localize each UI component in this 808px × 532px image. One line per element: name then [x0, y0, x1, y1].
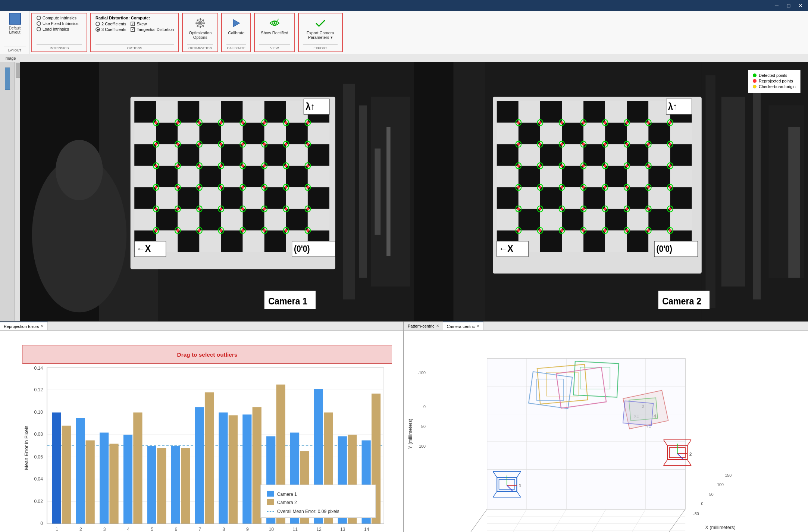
default-layout-button[interactable]: DefaultLayout: [9, 13, 21, 34]
svg-marker-12: [233, 19, 240, 27]
svg-rect-23: [178, 101, 199, 123]
svg-text:8: 8: [222, 527, 225, 532]
reprojection-tabs-bar: Reprojection Errors ✕: [0, 322, 403, 331]
image-panel: Image: [0, 54, 808, 322]
svg-rect-40: [156, 144, 178, 166]
tangential-checkbox[interactable]: ✓ Tangential Distortion: [131, 27, 174, 32]
calibrate-button[interactable]: Calibrate: [226, 16, 246, 37]
scrollbar-thumb[interactable]: [16, 63, 20, 78]
reprojection-errors-tab[interactable]: Reprojection Errors ✕: [0, 322, 48, 330]
load-intrinsics-label: Load Intrinsics: [43, 27, 69, 31]
svg-rect-21: [134, 101, 156, 123]
svg-rect-221: [605, 144, 627, 166]
svg-line-458: [467, 509, 487, 532]
svg-rect-55: [286, 166, 308, 187]
svg-point-302: [604, 165, 606, 167]
svg-point-101: [155, 143, 157, 145]
svg-rect-39: [134, 144, 156, 166]
three-coefficients-radio[interactable]: 3 Coefficients: [95, 27, 126, 32]
svg-rect-399: [147, 446, 156, 524]
svg-text:-100: -100: [418, 371, 426, 375]
image-panel-tab: Image: [0, 54, 808, 62]
svg-rect-203: [605, 101, 627, 123]
svg-point-87: [176, 121, 179, 124]
svg-text:1: 1: [519, 484, 522, 488]
svg-text:←X: ←X: [137, 243, 151, 254]
svg-rect-54: [264, 166, 286, 187]
svg-point-141: [241, 186, 244, 189]
svg-rect-2: [200, 18, 201, 20]
reprojection-tab-close[interactable]: ✕: [41, 324, 44, 328]
svg-rect-7: [196, 25, 198, 27]
svg-rect-27: [264, 101, 286, 123]
svg-text:←X: ←X: [499, 243, 513, 254]
camera-centric-tab[interactable]: Camera-centric ✕: [443, 322, 483, 330]
close-button[interactable]: ✕: [796, 1, 805, 10]
svg-rect-209: [540, 123, 562, 144]
svg-point-314: [561, 186, 563, 189]
svg-rect-248: [605, 209, 627, 231]
load-intrinsics-radio[interactable]: Load Intrinsics: [37, 27, 78, 31]
svg-rect-9: [196, 19, 198, 22]
calibrate-section-label: CALIBRATE: [226, 44, 246, 50]
svg-rect-232: [648, 166, 670, 187]
svg-point-296: [539, 165, 541, 167]
svg-line-463: [589, 509, 606, 532]
two-coefficients-label: 2 Coefficients: [101, 22, 126, 26]
pattern-centric-tab[interactable]: Pattern-centric ✕: [404, 322, 443, 330]
svg-point-350: [604, 229, 606, 232]
svg-point-109: [241, 143, 244, 145]
svg-rect-188: [359, 106, 367, 278]
svg-rect-202: [583, 101, 605, 123]
svg-rect-33: [199, 123, 221, 144]
optimization-button[interactable]: OptimizationOptions: [187, 16, 213, 41]
show-rectified-label: Show Rectified: [261, 31, 288, 35]
vertical-scrollbar[interactable]: [15, 62, 20, 321]
svg-rect-79: [221, 231, 243, 252]
export-button[interactable]: Export CameraParameters ▾: [305, 16, 336, 41]
svg-rect-251: [670, 209, 692, 231]
sidebar-handle[interactable]: [5, 68, 10, 90]
svg-point-266: [561, 121, 563, 124]
use-fixed-intrinsics-radio[interactable]: Use Fixed Intrinsics: [37, 21, 78, 26]
pattern-centric-close[interactable]: ✕: [436, 324, 439, 328]
svg-rect-199: [519, 101, 540, 123]
svg-rect-35: [243, 123, 264, 144]
show-rectified-button[interactable]: Show Rectified: [259, 16, 289, 37]
three-coefficients-label: 3 Coefficients: [101, 27, 126, 32]
skew-checkbox[interactable]: ✓ Skew: [131, 22, 174, 26]
camera-centric-svg: Y (millimeters) -100 0 50 100: [408, 334, 804, 532]
two-coefficients-radio[interactable]: 2 Coefficients: [95, 22, 126, 26]
svg-text:Camera 2: Camera 2: [277, 500, 297, 505]
legend-origin: Checkerboard origin: [753, 84, 796, 89]
camera-centric-close[interactable]: ✕: [476, 324, 479, 328]
svg-rect-207: [497, 123, 519, 144]
intrinsics-options: Compute Intrinsics Use Fixed Intrinsics …: [37, 16, 78, 32]
svg-text:1: 1: [56, 527, 58, 532]
svg-rect-57: [134, 187, 156, 209]
svg-rect-200: [540, 101, 562, 123]
svg-point-282: [561, 143, 563, 145]
minimize-button[interactable]: ─: [772, 1, 781, 10]
svg-rect-241: [648, 187, 670, 209]
compute-intrinsics-radio[interactable]: Compute Intrinsics: [37, 16, 78, 20]
svg-rect-401: [171, 446, 180, 524]
reprojection-chart-svg: Drag to select outliers 0.14 0.12: [22, 338, 392, 532]
legend: Detected points Reprojected points Check…: [748, 70, 801, 93]
svg-rect-391: [52, 413, 61, 524]
svg-rect-26: [243, 101, 264, 123]
svg-point-99: [307, 121, 309, 124]
svg-text:Camera 1: Camera 1: [268, 296, 307, 306]
svg-point-322: [647, 186, 649, 189]
pattern-centric-label: Pattern-centric: [408, 324, 435, 328]
camera2-svg: ←X (0'0) λ↑: [414, 62, 808, 321]
svg-rect-395: [100, 433, 109, 524]
svg-rect-58: [156, 187, 178, 209]
image-tab-label[interactable]: Image: [4, 56, 16, 60]
svg-rect-249: [627, 209, 648, 231]
maximize-button[interactable]: □: [784, 1, 793, 10]
origin-color: [753, 85, 757, 88]
svg-point-119: [176, 165, 179, 167]
svg-text:50: 50: [421, 424, 426, 429]
svg-text:Camera 2: Camera 2: [662, 296, 701, 306]
